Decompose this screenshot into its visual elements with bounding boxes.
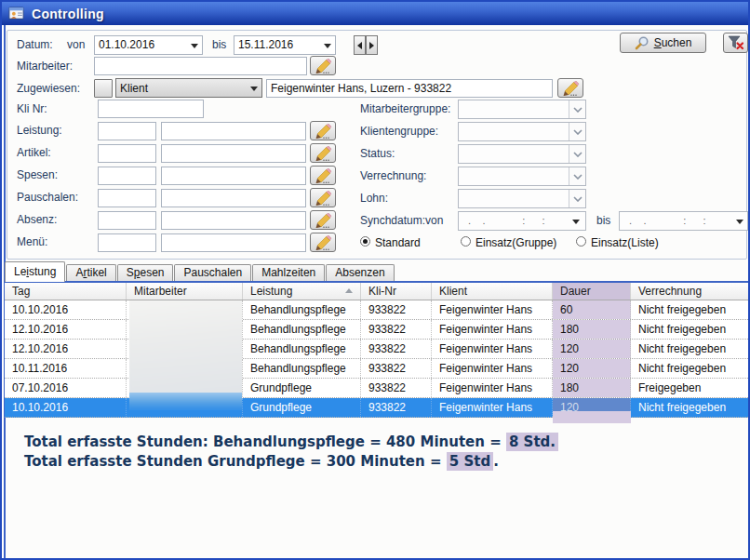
spesen-label: Spesen:: [17, 168, 58, 181]
arrow-left-icon: [357, 42, 362, 49]
zugewiesen-label: Zugewiesen:: [17, 82, 80, 95]
spesen-edit-button[interactable]: [310, 166, 336, 185]
summary-line-1: Total erfasste Stunden: Behandlungspfleg…: [24, 433, 558, 450]
zugewiesen-edit-button[interactable]: [557, 78, 583, 98]
tab-absenzen[interactable]: Absenzen: [326, 264, 394, 281]
menu-text-input[interactable]: [161, 233, 306, 252]
table-row-selected[interactable]: 10.10.2016 Grundpflege 933822 Feigenwint…: [5, 398, 750, 418]
tab-spesen[interactable]: Spesen: [117, 264, 174, 281]
artikel-text-input[interactable]: [161, 144, 306, 163]
menu-label: Menü:: [17, 235, 47, 248]
date-from-combo[interactable]: 01.10.2016: [94, 35, 203, 55]
tab-leistung[interactable]: Leistung: [5, 261, 65, 282]
absenz-label: Absenz:: [17, 213, 57, 226]
lohn-select[interactable]: [458, 189, 586, 208]
chevron-down-icon[interactable]: [572, 220, 580, 224]
zugewiesen-type-combo[interactable]: Klient: [115, 78, 262, 98]
pencil-icon: [314, 59, 332, 73]
chevron-down-icon[interactable]: [250, 87, 258, 91]
radio-einsatz-liste[interactable]: [576, 236, 586, 247]
cell-dauer: 180: [553, 320, 631, 339]
dauer-column-highlight-extension: [553, 411, 631, 423]
zugewiesen-value-field[interactable]: Feigenwinter Hans, Luzern - 933822: [266, 79, 553, 98]
cell-tag: 12.10.2016: [5, 340, 127, 358]
status-select[interactable]: [458, 144, 586, 164]
mitarbeiter-edit-button[interactable]: [310, 56, 336, 75]
table-row[interactable]: 12.10.2016 Behandlungspflege 933822 Feig…: [5, 340, 750, 359]
cell-klient: Feigenwinter Hans: [432, 398, 553, 417]
summary-line-1-text: Total erfasste Stunden: Behandlungspfleg…: [24, 433, 506, 450]
spesen-code-input[interactable]: [98, 167, 156, 185]
menu-edit-button[interactable]: [310, 233, 336, 252]
chevron-down-icon[interactable]: [191, 44, 198, 48]
tab-pauschalen[interactable]: Pauschalen: [174, 264, 251, 281]
mitarbeitergruppe-select[interactable]: [458, 100, 586, 119]
pencil-icon: [561, 81, 580, 96]
absenz-text-input[interactable]: [161, 211, 306, 230]
pauschalen-edit-button[interactable]: [310, 188, 336, 207]
synch-von-label: von: [425, 214, 443, 227]
cell-leistung: Behandlungspflege: [243, 359, 361, 378]
synch-to-combo[interactable]: . . : :: [619, 211, 748, 231]
synchdatum-label: Synchdatum:: [360, 214, 425, 227]
spesen-text-input[interactable]: [161, 167, 306, 185]
synch-from-combo[interactable]: . . : :: [458, 211, 586, 231]
leistung-label: Leistung:: [17, 124, 62, 137]
suchen-button[interactable]: Suchen: [620, 33, 706, 53]
date-next-button[interactable]: [366, 35, 378, 55]
datum-label: Datum:: [17, 38, 53, 51]
radio-standard[interactable]: [360, 236, 370, 247]
controlling-window: Controlling Datum: von 01.10.2016 bis 15…: [0, 0, 750, 560]
date-to-combo[interactable]: 15.11.2016: [234, 35, 336, 55]
pauschalen-text-input[interactable]: [161, 189, 306, 207]
artikel-code-input[interactable]: [98, 144, 156, 163]
results-table: Tag Mitarbeiter Leistung Kli-Nr Klient D…: [5, 283, 750, 418]
column-header-verrechnung[interactable]: Verrechnung: [631, 283, 750, 300]
klinr-label: Kli Nr:: [17, 102, 47, 115]
suchen-button-label: Suchen: [654, 36, 692, 49]
column-header-dauer[interactable]: Dauer: [553, 283, 631, 300]
verrechnung-label: Verrechnung:: [360, 169, 426, 182]
radio-standard-label: Standard: [375, 236, 421, 249]
title-bar[interactable]: Controlling: [2, 2, 748, 25]
chevron-down-icon[interactable]: [736, 220, 743, 224]
mitarbeiter-input[interactable]: [94, 57, 307, 75]
date-prev-button[interactable]: [354, 35, 366, 55]
cell-verrechnung: Nicht freigegeben: [631, 340, 750, 358]
absenz-code-input[interactable]: [98, 211, 156, 230]
verrechnung-select[interactable]: [458, 167, 586, 186]
leistung-edit-button[interactable]: [310, 121, 336, 140]
clear-filter-button[interactable]: [723, 33, 748, 53]
synch-bis-label: bis: [596, 214, 610, 227]
column-header-klinr[interactable]: Kli-Nr: [361, 283, 432, 300]
menu-code-input[interactable]: [98, 233, 156, 252]
summary-line-1-highlight: 8 Std.: [506, 433, 558, 451]
column-header-leistung[interactable]: Leistung: [243, 283, 361, 300]
table-row[interactable]: 07.10.2016 Grundpflege 933822 Feigenwint…: [5, 379, 750, 398]
column-header-tag[interactable]: Tag: [5, 283, 127, 300]
klinr-input[interactable]: [98, 100, 204, 118]
cell-tag: 10.10.2016: [5, 300, 127, 319]
datum-bis-label: bis: [212, 38, 226, 51]
absenz-edit-button[interactable]: [310, 210, 336, 230]
chevron-down-icon[interactable]: [324, 44, 331, 48]
lohn-label: Lohn:: [360, 192, 388, 205]
table-row[interactable]: 12.10.2016 Behandlungspflege 933822 Feig…: [5, 320, 750, 340]
radio-einsatz-gruppe[interactable]: [461, 236, 471, 247]
cell-klinr: 933822: [361, 379, 432, 397]
column-header-mitarbeiter[interactable]: Mitarbeiter: [127, 283, 243, 300]
cell-tag: 10.11.2016: [5, 359, 127, 378]
summary-line-2-highlight: 5 Std: [447, 452, 493, 471]
tab-mahlzeiten[interactable]: Mahlzeiten: [252, 264, 325, 281]
table-row[interactable]: 10.10.2016 Behandlungspflege 933822 Feig…: [5, 300, 750, 320]
pauschalen-code-input[interactable]: [98, 189, 156, 207]
leistung-text-input[interactable]: [161, 122, 306, 140]
leistung-code-input[interactable]: [98, 122, 156, 140]
zugewiesen-square-button[interactable]: [94, 79, 113, 98]
klientengruppe-select[interactable]: [458, 122, 586, 141]
artikel-edit-button[interactable]: [310, 143, 336, 163]
tab-artikel[interactable]: Artikel: [66, 264, 115, 281]
table-row[interactable]: 10.11.2016 Behandlungspflege 933822 Feig…: [5, 359, 750, 379]
column-header-klient[interactable]: Klient: [432, 283, 553, 300]
summary-line-2-text: Total erfasste Stunden Grundpflege = 300…: [24, 453, 447, 470]
